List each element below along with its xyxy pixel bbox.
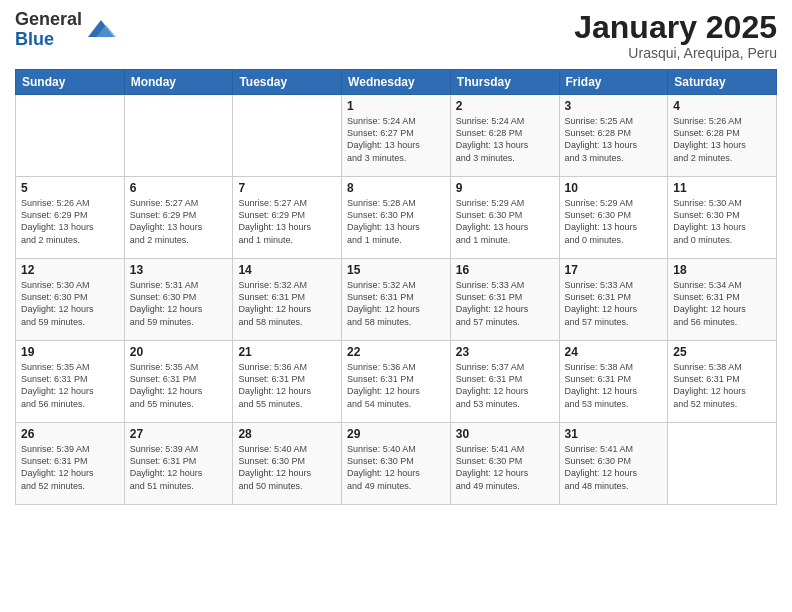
logo-blue-text: Blue — [15, 29, 54, 49]
table-row: 7Sunrise: 5:27 AM Sunset: 6:29 PM Daylig… — [233, 177, 342, 259]
logo-general-text: General — [15, 9, 82, 29]
day-info: Sunrise: 5:33 AM Sunset: 6:31 PM Dayligh… — [565, 279, 663, 328]
day-info: Sunrise: 5:34 AM Sunset: 6:31 PM Dayligh… — [673, 279, 771, 328]
day-info: Sunrise: 5:30 AM Sunset: 6:30 PM Dayligh… — [21, 279, 119, 328]
logo: General Blue — [15, 10, 116, 50]
day-number: 21 — [238, 345, 336, 359]
day-info: Sunrise: 5:28 AM Sunset: 6:30 PM Dayligh… — [347, 197, 445, 246]
day-number: 25 — [673, 345, 771, 359]
day-info: Sunrise: 5:38 AM Sunset: 6:31 PM Dayligh… — [673, 361, 771, 410]
day-info: Sunrise: 5:32 AM Sunset: 6:31 PM Dayligh… — [238, 279, 336, 328]
table-row: 27Sunrise: 5:39 AM Sunset: 6:31 PM Dayli… — [124, 423, 233, 505]
day-info: Sunrise: 5:24 AM Sunset: 6:27 PM Dayligh… — [347, 115, 445, 164]
page: General Blue January 2025 Urasqui, Arequ… — [0, 0, 792, 612]
location-subtitle: Urasqui, Arequipa, Peru — [574, 45, 777, 61]
day-info: Sunrise: 5:27 AM Sunset: 6:29 PM Dayligh… — [130, 197, 228, 246]
day-number: 1 — [347, 99, 445, 113]
table-row: 31Sunrise: 5:41 AM Sunset: 6:30 PM Dayli… — [559, 423, 668, 505]
day-number: 28 — [238, 427, 336, 441]
day-info: Sunrise: 5:39 AM Sunset: 6:31 PM Dayligh… — [130, 443, 228, 492]
day-info: Sunrise: 5:29 AM Sunset: 6:30 PM Dayligh… — [456, 197, 554, 246]
title-section: January 2025 Urasqui, Arequipa, Peru — [574, 10, 777, 61]
table-row: 4Sunrise: 5:26 AM Sunset: 6:28 PM Daylig… — [668, 95, 777, 177]
day-number: 16 — [456, 263, 554, 277]
day-number: 13 — [130, 263, 228, 277]
table-row: 6Sunrise: 5:27 AM Sunset: 6:29 PM Daylig… — [124, 177, 233, 259]
table-row — [668, 423, 777, 505]
header-thursday: Thursday — [450, 70, 559, 95]
table-row: 1Sunrise: 5:24 AM Sunset: 6:27 PM Daylig… — [342, 95, 451, 177]
day-info: Sunrise: 5:38 AM Sunset: 6:31 PM Dayligh… — [565, 361, 663, 410]
table-row: 19Sunrise: 5:35 AM Sunset: 6:31 PM Dayli… — [16, 341, 125, 423]
day-info: Sunrise: 5:32 AM Sunset: 6:31 PM Dayligh… — [347, 279, 445, 328]
day-info: Sunrise: 5:25 AM Sunset: 6:28 PM Dayligh… — [565, 115, 663, 164]
day-info: Sunrise: 5:31 AM Sunset: 6:30 PM Dayligh… — [130, 279, 228, 328]
table-row: 28Sunrise: 5:40 AM Sunset: 6:30 PM Dayli… — [233, 423, 342, 505]
header-tuesday: Tuesday — [233, 70, 342, 95]
header-friday: Friday — [559, 70, 668, 95]
day-info: Sunrise: 5:40 AM Sunset: 6:30 PM Dayligh… — [347, 443, 445, 492]
table-row: 18Sunrise: 5:34 AM Sunset: 6:31 PM Dayli… — [668, 259, 777, 341]
table-row: 24Sunrise: 5:38 AM Sunset: 6:31 PM Dayli… — [559, 341, 668, 423]
table-row: 12Sunrise: 5:30 AM Sunset: 6:30 PM Dayli… — [16, 259, 125, 341]
day-number: 22 — [347, 345, 445, 359]
logo-icon — [86, 15, 116, 45]
day-number: 20 — [130, 345, 228, 359]
month-title: January 2025 — [574, 10, 777, 45]
table-row: 9Sunrise: 5:29 AM Sunset: 6:30 PM Daylig… — [450, 177, 559, 259]
calendar-week-3: 12Sunrise: 5:30 AM Sunset: 6:30 PM Dayli… — [16, 259, 777, 341]
day-info: Sunrise: 5:36 AM Sunset: 6:31 PM Dayligh… — [347, 361, 445, 410]
table-row: 26Sunrise: 5:39 AM Sunset: 6:31 PM Dayli… — [16, 423, 125, 505]
day-number: 9 — [456, 181, 554, 195]
day-info: Sunrise: 5:27 AM Sunset: 6:29 PM Dayligh… — [238, 197, 336, 246]
day-number: 26 — [21, 427, 119, 441]
table-row: 2Sunrise: 5:24 AM Sunset: 6:28 PM Daylig… — [450, 95, 559, 177]
day-number: 3 — [565, 99, 663, 113]
header-wednesday: Wednesday — [342, 70, 451, 95]
table-row: 5Sunrise: 5:26 AM Sunset: 6:29 PM Daylig… — [16, 177, 125, 259]
calendar-header-row: Sunday Monday Tuesday Wednesday Thursday… — [16, 70, 777, 95]
calendar-week-5: 26Sunrise: 5:39 AM Sunset: 6:31 PM Dayli… — [16, 423, 777, 505]
day-info: Sunrise: 5:35 AM Sunset: 6:31 PM Dayligh… — [21, 361, 119, 410]
table-row: 29Sunrise: 5:40 AM Sunset: 6:30 PM Dayli… — [342, 423, 451, 505]
header-monday: Monday — [124, 70, 233, 95]
table-row: 11Sunrise: 5:30 AM Sunset: 6:30 PM Dayli… — [668, 177, 777, 259]
day-number: 15 — [347, 263, 445, 277]
table-row: 23Sunrise: 5:37 AM Sunset: 6:31 PM Dayli… — [450, 341, 559, 423]
calendar-week-2: 5Sunrise: 5:26 AM Sunset: 6:29 PM Daylig… — [16, 177, 777, 259]
day-number: 24 — [565, 345, 663, 359]
day-info: Sunrise: 5:33 AM Sunset: 6:31 PM Dayligh… — [456, 279, 554, 328]
calendar-table: Sunday Monday Tuesday Wednesday Thursday… — [15, 69, 777, 505]
table-row: 16Sunrise: 5:33 AM Sunset: 6:31 PM Dayli… — [450, 259, 559, 341]
day-info: Sunrise: 5:40 AM Sunset: 6:30 PM Dayligh… — [238, 443, 336, 492]
day-number: 5 — [21, 181, 119, 195]
table-row — [124, 95, 233, 177]
day-number: 29 — [347, 427, 445, 441]
calendar-week-1: 1Sunrise: 5:24 AM Sunset: 6:27 PM Daylig… — [16, 95, 777, 177]
table-row — [233, 95, 342, 177]
table-row: 10Sunrise: 5:29 AM Sunset: 6:30 PM Dayli… — [559, 177, 668, 259]
table-row: 22Sunrise: 5:36 AM Sunset: 6:31 PM Dayli… — [342, 341, 451, 423]
day-info: Sunrise: 5:35 AM Sunset: 6:31 PM Dayligh… — [130, 361, 228, 410]
day-info: Sunrise: 5:41 AM Sunset: 6:30 PM Dayligh… — [565, 443, 663, 492]
day-number: 12 — [21, 263, 119, 277]
table-row: 17Sunrise: 5:33 AM Sunset: 6:31 PM Dayli… — [559, 259, 668, 341]
table-row: 21Sunrise: 5:36 AM Sunset: 6:31 PM Dayli… — [233, 341, 342, 423]
table-row: 30Sunrise: 5:41 AM Sunset: 6:30 PM Dayli… — [450, 423, 559, 505]
table-row — [16, 95, 125, 177]
calendar-week-4: 19Sunrise: 5:35 AM Sunset: 6:31 PM Dayli… — [16, 341, 777, 423]
day-info: Sunrise: 5:24 AM Sunset: 6:28 PM Dayligh… — [456, 115, 554, 164]
day-info: Sunrise: 5:37 AM Sunset: 6:31 PM Dayligh… — [456, 361, 554, 410]
table-row: 20Sunrise: 5:35 AM Sunset: 6:31 PM Dayli… — [124, 341, 233, 423]
day-number: 14 — [238, 263, 336, 277]
day-number: 30 — [456, 427, 554, 441]
day-number: 11 — [673, 181, 771, 195]
table-row: 13Sunrise: 5:31 AM Sunset: 6:30 PM Dayli… — [124, 259, 233, 341]
day-number: 4 — [673, 99, 771, 113]
table-row: 25Sunrise: 5:38 AM Sunset: 6:31 PM Dayli… — [668, 341, 777, 423]
table-row: 8Sunrise: 5:28 AM Sunset: 6:30 PM Daylig… — [342, 177, 451, 259]
day-number: 27 — [130, 427, 228, 441]
day-info: Sunrise: 5:41 AM Sunset: 6:30 PM Dayligh… — [456, 443, 554, 492]
day-number: 7 — [238, 181, 336, 195]
header-saturday: Saturday — [668, 70, 777, 95]
